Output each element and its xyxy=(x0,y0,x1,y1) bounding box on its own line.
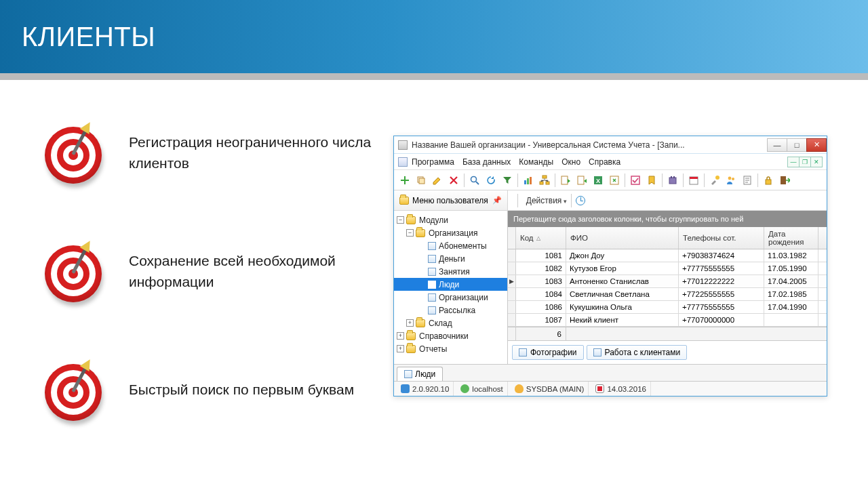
chart-button[interactable] xyxy=(521,173,536,188)
edit-button[interactable] xyxy=(430,173,445,188)
cell-fio: Кукушкина Ольга xyxy=(566,301,679,313)
hero-divider xyxy=(0,73,868,80)
copy-button[interactable] xyxy=(414,173,429,188)
tree-node-organizations[interactable]: Организации xyxy=(394,291,507,304)
titlebar[interactable]: Название Вашей организации - Универсальн… xyxy=(394,136,827,154)
search-button[interactable] xyxy=(467,173,482,188)
document-tab-people[interactable]: Люди xyxy=(397,367,443,381)
actions-dropdown[interactable]: Действия xyxy=(526,196,567,205)
svg-point-22 xyxy=(732,178,734,180)
svg-rect-9 xyxy=(561,176,568,184)
row-indicator xyxy=(508,262,516,274)
mark-button[interactable] xyxy=(628,173,643,188)
column-header-fio[interactable]: ФИО xyxy=(566,227,679,249)
export-button[interactable] xyxy=(574,173,589,188)
maximize-button[interactable]: □ xyxy=(787,138,807,152)
hierarchy-button[interactable] xyxy=(537,173,552,188)
calendar-button[interactable] xyxy=(686,173,701,188)
table-row[interactable]: 1084Светличная Светлана+7722555555517.02… xyxy=(508,288,827,301)
actions-zone: Действия xyxy=(508,190,591,210)
tree-node-reports[interactable]: +Отчеты xyxy=(394,342,507,355)
tree-node-classes[interactable]: Занятия xyxy=(394,265,507,278)
folder-icon xyxy=(406,216,416,224)
row-indicator-header xyxy=(508,227,516,249)
slide-title: КЛИЕНТЫ xyxy=(22,22,155,52)
export-excel-button[interactable]: X xyxy=(591,173,606,188)
export-pdf-button[interactable] xyxy=(607,173,622,188)
tree-node-subscriptions[interactable]: Абонементы xyxy=(394,239,507,252)
column-header-code[interactable]: Код△ xyxy=(516,227,566,249)
menu-commands[interactable]: Команды xyxy=(519,157,553,167)
report-button[interactable] xyxy=(740,173,755,188)
folder-icon xyxy=(406,332,416,340)
grid-pane: Перетащите сюда заголовок колонки, чтобы… xyxy=(508,211,827,364)
menu-window[interactable]: Окно xyxy=(561,157,580,167)
filter-button[interactable] xyxy=(500,173,515,188)
footer-count: 6 xyxy=(516,327,566,340)
sub-tab-photos[interactable]: Фотографии xyxy=(512,345,584,360)
cell-tel: +77775555555 xyxy=(679,262,764,274)
exit-button[interactable] xyxy=(777,173,792,188)
tree-node-mailing[interactable]: Рассылка xyxy=(394,304,507,317)
mdi-minimize-button[interactable]: — xyxy=(787,157,800,167)
pin-icon[interactable]: 📌 xyxy=(492,196,502,205)
delete-button[interactable] xyxy=(446,173,461,188)
svg-point-2 xyxy=(471,176,477,182)
tools-button[interactable] xyxy=(707,173,722,188)
plugin-button[interactable] xyxy=(665,173,680,188)
svg-rect-10 xyxy=(578,176,584,184)
table-row[interactable]: 1086Кукушкина Ольга+7777555555517.04.199… xyxy=(508,301,827,314)
close-button[interactable]: ✕ xyxy=(806,138,827,152)
folder-icon xyxy=(406,345,416,353)
tree-node-modules[interactable]: − Модули xyxy=(394,214,507,226)
table-row[interactable]: 1087Некий клиент+77070000000 xyxy=(508,314,827,327)
group-by-bar[interactable]: Перетащите сюда заголовок колонки, чтобы… xyxy=(508,211,827,227)
svg-rect-15 xyxy=(669,178,676,184)
lock-button[interactable] xyxy=(761,173,776,188)
menu-database[interactable]: База данных xyxy=(462,157,511,167)
tree-node-organization[interactable]: − Организация xyxy=(394,226,507,239)
refresh-button[interactable] xyxy=(484,173,498,188)
bookmark-button[interactable] xyxy=(644,173,659,188)
row-indicator: ▶ xyxy=(508,275,516,287)
tree-node-warehouse[interactable]: +Склад xyxy=(394,317,507,329)
tree-node-references[interactable]: +Справочники xyxy=(394,329,507,342)
column-header-dob[interactable]: Дата рождения xyxy=(764,227,818,249)
cell-tel: +77775555555 xyxy=(679,301,764,313)
svg-rect-16 xyxy=(671,176,672,178)
table-row[interactable]: 1081Джон Доу+7903837462411.03.1982 xyxy=(508,249,827,262)
cell-code: 1087 xyxy=(516,314,566,326)
cell-dob: 11.03.1982 xyxy=(764,249,818,262)
menu-program[interactable]: Программа xyxy=(412,157,454,167)
row-indicator xyxy=(508,249,516,262)
table-row[interactable]: 1082Кутузов Егор+7777555555517.05.1990 xyxy=(508,262,827,275)
bullet-item: Регистрация неограниченного числа клиент… xyxy=(41,121,380,185)
users-button[interactable] xyxy=(724,173,738,188)
tree-node-people[interactable]: Люди xyxy=(394,278,507,291)
svg-point-20 xyxy=(715,176,719,180)
import-button[interactable] xyxy=(558,173,573,188)
page-icon xyxy=(428,281,436,289)
host-icon xyxy=(460,384,469,393)
minimize-button[interactable]: — xyxy=(767,138,787,152)
menu-help[interactable]: Справка xyxy=(589,157,620,167)
window-title: Название Вашей организации - Универсальн… xyxy=(412,140,768,150)
sub-tab-work-with-clients[interactable]: Работа с клиентами xyxy=(587,345,688,360)
column-header-tel[interactable]: Телефоны сот. xyxy=(679,227,764,249)
svg-rect-25 xyxy=(781,176,786,184)
cell-fio: Светличная Светлана xyxy=(566,288,679,300)
target-icon xyxy=(41,121,105,185)
table-row[interactable]: ▶1083Антоненко Станислав+7701222222217.0… xyxy=(508,275,827,288)
cell-code: 1084 xyxy=(516,288,566,300)
app-window: Название Вашей организации - Универсальн… xyxy=(393,136,827,396)
history-icon[interactable] xyxy=(576,196,585,205)
tree-node-money[interactable]: Деньги xyxy=(394,252,507,265)
user-icon xyxy=(515,384,524,393)
user-menu-button[interactable]: Меню пользователя 📌 xyxy=(394,190,508,210)
mdi-close-button[interactable]: ✕ xyxy=(810,157,823,167)
status-bar: 2.0.920.10 localhost SYSDBA (MAIN) 14.03… xyxy=(394,381,827,396)
mdi-restore-button[interactable]: ❐ xyxy=(799,157,811,167)
version-icon xyxy=(401,384,410,393)
cell-fio: Некий клиент xyxy=(566,314,679,326)
add-button[interactable] xyxy=(397,173,412,188)
